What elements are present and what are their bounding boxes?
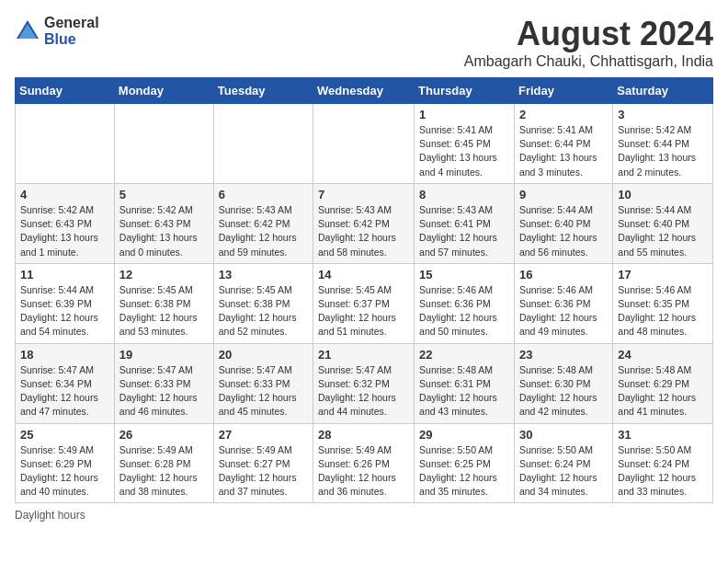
- day-info: Sunrise: 5:50 AM Sunset: 6:24 PM Dayligh…: [519, 443, 608, 500]
- day-number: 23: [519, 348, 608, 362]
- calendar-cell: 30Sunrise: 5:50 AM Sunset: 6:24 PM Dayli…: [514, 423, 612, 503]
- day-info: Sunrise: 5:45 AM Sunset: 6:38 PM Dayligh…: [119, 283, 209, 339]
- day-number: 27: [219, 428, 308, 442]
- header-row: SundayMondayTuesdayWednesdayThursdayFrid…: [16, 78, 713, 104]
- calendar-week-row: 1Sunrise: 5:41 AM Sunset: 6:45 PM Daylig…: [16, 104, 713, 184]
- day-info: Sunrise: 5:42 AM Sunset: 6:43 PM Dayligh…: [119, 203, 209, 259]
- calendar-cell: 17Sunrise: 5:46 AM Sunset: 6:35 PM Dayli…: [613, 263, 713, 343]
- day-number: 24: [618, 348, 708, 362]
- day-number: 25: [20, 428, 109, 442]
- calendar-cell: 20Sunrise: 5:47 AM Sunset: 6:33 PM Dayli…: [213, 343, 313, 423]
- day-info: Sunrise: 5:42 AM Sunset: 6:44 PM Dayligh…: [618, 123, 708, 179]
- calendar-cell: 7Sunrise: 5:43 AM Sunset: 6:42 PM Daylig…: [313, 183, 415, 263]
- day-info: Sunrise: 5:43 AM Sunset: 6:42 PM Dayligh…: [219, 203, 308, 259]
- calendar-cell: 1Sunrise: 5:41 AM Sunset: 6:45 PM Daylig…: [415, 104, 515, 184]
- day-number: 12: [119, 268, 209, 282]
- day-number: 1: [419, 108, 509, 121]
- calendar-cell: 5Sunrise: 5:42 AM Sunset: 6:43 PM Daylig…: [114, 183, 213, 263]
- calendar-week-row: 18Sunrise: 5:47 AM Sunset: 6:34 PM Dayli…: [16, 343, 713, 423]
- calendar-cell: 15Sunrise: 5:46 AM Sunset: 6:36 PM Dayli…: [415, 263, 515, 343]
- day-info: Sunrise: 5:43 AM Sunset: 6:41 PM Dayligh…: [419, 203, 509, 259]
- day-info: Sunrise: 5:43 AM Sunset: 6:42 PM Dayligh…: [318, 203, 409, 259]
- day-info: Sunrise: 5:45 AM Sunset: 6:37 PM Dayligh…: [318, 283, 409, 339]
- calendar-cell: [313, 104, 415, 184]
- day-number: 15: [419, 268, 509, 282]
- day-info: Sunrise: 5:47 AM Sunset: 6:33 PM Dayligh…: [119, 363, 209, 419]
- calendar-cell: 26Sunrise: 5:49 AM Sunset: 6:28 PM Dayli…: [114, 423, 213, 503]
- day-number: 19: [119, 348, 209, 362]
- day-info: Sunrise: 5:48 AM Sunset: 6:29 PM Dayligh…: [618, 363, 708, 419]
- day-number: 18: [20, 348, 109, 362]
- header: General Blue August 2024 Ambagarh Chauki…: [15, 15, 713, 70]
- calendar-cell: 19Sunrise: 5:47 AM Sunset: 6:33 PM Dayli…: [114, 343, 213, 423]
- day-number: 20: [219, 348, 308, 362]
- calendar-body: 1Sunrise: 5:41 AM Sunset: 6:45 PM Daylig…: [16, 104, 713, 503]
- day-info: Sunrise: 5:41 AM Sunset: 6:45 PM Dayligh…: [419, 123, 509, 179]
- header-day: Tuesday: [213, 78, 313, 104]
- calendar-cell: 6Sunrise: 5:43 AM Sunset: 6:42 PM Daylig…: [213, 183, 313, 263]
- day-info: Sunrise: 5:46 AM Sunset: 6:36 PM Dayligh…: [519, 283, 608, 339]
- day-number: 31: [618, 428, 708, 442]
- day-info: Sunrise: 5:44 AM Sunset: 6:39 PM Dayligh…: [20, 283, 109, 339]
- calendar-cell: 12Sunrise: 5:45 AM Sunset: 6:38 PM Dayli…: [114, 263, 213, 343]
- calendar-cell: 9Sunrise: 5:44 AM Sunset: 6:40 PM Daylig…: [514, 183, 612, 263]
- calendar-cell: 3Sunrise: 5:42 AM Sunset: 6:44 PM Daylig…: [613, 104, 713, 184]
- calendar-cell: 27Sunrise: 5:49 AM Sunset: 6:27 PM Dayli…: [213, 423, 313, 503]
- day-number: 14: [318, 268, 409, 282]
- day-number: 13: [219, 268, 308, 282]
- footer-note: Daylight hours: [15, 509, 713, 522]
- day-number: 3: [618, 108, 708, 121]
- day-number: 9: [519, 188, 608, 201]
- logo-general: General: [44, 15, 99, 31]
- day-number: 7: [318, 188, 409, 201]
- calendar-cell: 16Sunrise: 5:46 AM Sunset: 6:36 PM Dayli…: [514, 263, 612, 343]
- day-number: 17: [618, 268, 708, 282]
- day-number: 26: [119, 428, 209, 442]
- calendar-cell: 4Sunrise: 5:42 AM Sunset: 6:43 PM Daylig…: [16, 183, 115, 263]
- calendar-cell: [16, 104, 115, 184]
- calendar-cell: 24Sunrise: 5:48 AM Sunset: 6:29 PM Dayli…: [613, 343, 713, 423]
- calendar-cell: 2Sunrise: 5:41 AM Sunset: 6:44 PM Daylig…: [514, 104, 612, 184]
- day-number: 8: [419, 188, 509, 201]
- calendar-cell: 14Sunrise: 5:45 AM Sunset: 6:37 PM Dayli…: [313, 263, 415, 343]
- calendar-table: SundayMondayTuesdayWednesdayThursdayFrid…: [15, 77, 713, 503]
- day-info: Sunrise: 5:47 AM Sunset: 6:32 PM Dayligh…: [318, 363, 409, 419]
- day-number: 28: [318, 428, 409, 442]
- day-number: 11: [20, 268, 109, 282]
- day-number: 16: [519, 268, 608, 282]
- day-info: Sunrise: 5:46 AM Sunset: 6:35 PM Dayligh…: [618, 283, 708, 339]
- logo-text: General Blue: [44, 15, 99, 47]
- day-info: Sunrise: 5:48 AM Sunset: 6:30 PM Dayligh…: [519, 363, 608, 419]
- day-number: 2: [519, 108, 608, 121]
- day-number: 30: [519, 428, 608, 442]
- header-day: Friday: [514, 78, 612, 104]
- header-day: Wednesday: [313, 78, 415, 104]
- day-number: 6: [219, 188, 308, 201]
- calendar-cell: 28Sunrise: 5:49 AM Sunset: 6:26 PM Dayli…: [313, 423, 415, 503]
- title-area: August 2024 Ambagarh Chauki, Chhattisgar…: [464, 15, 713, 70]
- day-info: Sunrise: 5:46 AM Sunset: 6:36 PM Dayligh…: [419, 283, 509, 339]
- day-info: Sunrise: 5:49 AM Sunset: 6:26 PM Dayligh…: [318, 443, 409, 500]
- calendar-cell: 10Sunrise: 5:44 AM Sunset: 6:40 PM Dayli…: [613, 183, 713, 263]
- logo: General Blue: [15, 15, 99, 47]
- calendar-header: SundayMondayTuesdayWednesdayThursdayFrid…: [16, 78, 713, 104]
- calendar-cell: 11Sunrise: 5:44 AM Sunset: 6:39 PM Dayli…: [16, 263, 115, 343]
- calendar-title: August 2024: [464, 15, 713, 53]
- day-info: Sunrise: 5:41 AM Sunset: 6:44 PM Dayligh…: [519, 123, 608, 179]
- calendar-cell: 23Sunrise: 5:48 AM Sunset: 6:30 PM Dayli…: [514, 343, 612, 423]
- calendar-cell: 18Sunrise: 5:47 AM Sunset: 6:34 PM Dayli…: [16, 343, 115, 423]
- calendar-cell: [213, 104, 313, 184]
- header-day: Thursday: [415, 78, 515, 104]
- day-info: Sunrise: 5:44 AM Sunset: 6:40 PM Dayligh…: [618, 203, 708, 259]
- calendar-cell: [114, 104, 213, 184]
- day-info: Sunrise: 5:50 AM Sunset: 6:25 PM Dayligh…: [419, 443, 509, 500]
- day-number: 5: [119, 188, 209, 201]
- header-day: Monday: [114, 78, 213, 104]
- calendar-week-row: 11Sunrise: 5:44 AM Sunset: 6:39 PM Dayli…: [16, 263, 713, 343]
- day-number: 22: [419, 348, 509, 362]
- day-number: 4: [20, 188, 109, 201]
- day-info: Sunrise: 5:47 AM Sunset: 6:33 PM Dayligh…: [219, 363, 308, 419]
- day-info: Sunrise: 5:47 AM Sunset: 6:34 PM Dayligh…: [20, 363, 109, 419]
- calendar-cell: 13Sunrise: 5:45 AM Sunset: 6:38 PM Dayli…: [213, 263, 313, 343]
- day-info: Sunrise: 5:49 AM Sunset: 6:27 PM Dayligh…: [219, 443, 308, 500]
